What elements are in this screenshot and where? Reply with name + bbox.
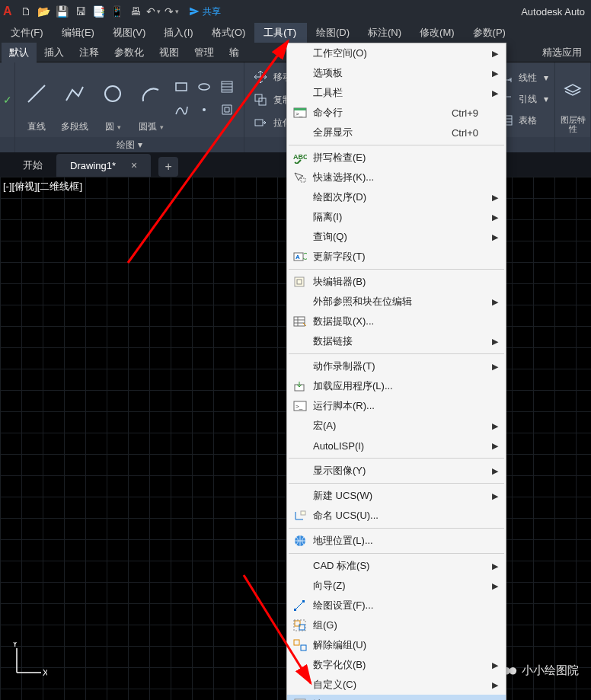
ribbon-tab-4[interactable]: 视图 <box>152 43 187 62</box>
qat-web-icon[interactable]: 📑 <box>91 4 107 19</box>
point-icon[interactable] <box>196 102 215 120</box>
quicksel-icon <box>287 171 313 184</box>
menu-1[interactable]: 编辑(E) <box>53 23 104 43</box>
ribbon-tab-7[interactable]: 精选应用 <box>535 43 589 62</box>
submenu-arrow-icon: ▶ <box>486 213 498 222</box>
menu-8[interactable]: 修改(M) <box>411 23 464 43</box>
menu-item-9[interactable]: 隔离(I)▶ <box>287 207 506 227</box>
qat-plot-icon[interactable]: 🖶 <box>128 4 143 19</box>
menu-item-36[interactable]: 数字化仪(B)▶ <box>287 655 506 675</box>
menu-item-8[interactable]: 绘图次序(D)▶ <box>287 187 506 207</box>
submenu-arrow-icon: ▶ <box>486 337 498 347</box>
menu-item-14[interactable]: 外部参照和块在位编辑▶ <box>287 292 506 312</box>
menu-item-31[interactable]: CAD 标准(S)▶ <box>287 556 506 576</box>
tab-drawing1[interactable]: Drawing1* × <box>56 154 151 177</box>
menu-item-label: 工具栏 <box>313 86 486 100</box>
menu-item-label: 组(G) <box>313 618 486 632</box>
spline-icon[interactable] <box>174 102 192 120</box>
watermark-text: 小小绘图院 <box>522 663 579 678</box>
circle-button[interactable]: 圆 <box>97 66 128 133</box>
ucs-icon <box>287 510 313 522</box>
menu-item-24[interactable]: 显示图像(Y)▶ <box>287 461 506 481</box>
menu-item-7[interactable]: 快速选择(K)... <box>287 168 506 187</box>
menu-item-27[interactable]: 命名 UCS(U)... <box>287 506 506 526</box>
cmdline-icon: >_ <box>287 107 313 118</box>
menu-item-6[interactable]: ABC拼写检查(E) <box>287 148 506 168</box>
arc-button[interactable]: 圆弧 <box>136 66 166 133</box>
layer-props-button[interactable]: 图层特性 <box>560 66 586 133</box>
ribbon-confirm-icon[interactable]: ✓ <box>3 94 12 106</box>
ribbon-tab-6[interactable]: 输 <box>222 43 247 62</box>
svg-text:A: A <box>296 254 300 261</box>
menu-item-29[interactable]: 地理位置(L)... <box>287 531 506 551</box>
line-button[interactable]: 直线 <box>21 66 52 133</box>
app-title: Autodesk Auto <box>521 6 585 18</box>
qat-mobile-icon[interactable]: 📱 <box>110 4 125 19</box>
ribbon-tab-3[interactable]: 参数化 <box>107 43 152 62</box>
ellipse-icon[interactable] <box>196 79 215 97</box>
qat-undo-icon[interactable]: ↶ <box>146 4 161 19</box>
menu-item-35[interactable]: 解除编组(U) <box>287 635 506 655</box>
menu-9[interactable]: 参数(P) <box>464 23 515 43</box>
menu-item-0[interactable]: 工作空间(O)▶ <box>287 43 506 63</box>
share-icon <box>189 6 200 17</box>
polyline-button[interactable]: 多段线 <box>59 66 90 133</box>
qat-save-icon[interactable]: 💾 <box>55 4 70 19</box>
menu-item-22[interactable]: AutoLISP(I)▶ <box>287 436 506 455</box>
menu-item-16[interactable]: 数据链接▶ <box>287 331 506 351</box>
polyline-label: 多段线 <box>61 120 88 133</box>
menu-item-20[interactable]: >_运行脚本(R)... <box>287 396 506 416</box>
menu-0[interactable]: 文件(F) <box>2 23 53 43</box>
menu-item-10[interactable]: 查询(Q)▶ <box>287 227 506 247</box>
menu-item-18[interactable]: 动作录制器(T)▶ <box>287 356 506 376</box>
menu-item-26[interactable]: 新建 UCS(W)▶ <box>287 486 506 506</box>
qat-redo-icon[interactable]: ↷ <box>165 4 180 19</box>
svg-rect-2 <box>176 83 187 91</box>
qat-saveas-icon[interactable]: 🖫 <box>73 4 88 19</box>
ribbon-tab-0[interactable]: 默认 <box>2 43 37 62</box>
copy-icon <box>252 93 269 107</box>
menu-item-13[interactable]: 块编辑器(B) <box>287 272 506 292</box>
ribbon-tab-5[interactable]: 管理 <box>187 43 222 62</box>
menu-item-2[interactable]: 工具栏▶ <box>287 83 506 103</box>
menu-4[interactable]: 格式(O) <box>203 23 255 43</box>
menu-item-32[interactable]: 向导(Z)▶ <box>287 576 506 596</box>
menu-item-11[interactable]: A更新字段(T) <box>287 247 506 267</box>
menu-item-1[interactable]: 选项板▶ <box>287 63 506 83</box>
menu-item-19[interactable]: 加载应用程序(L)... <box>287 376 506 396</box>
rect-icon[interactable] <box>174 79 192 97</box>
menu-item-4[interactable]: 全屏显示Ctrl+0 <box>287 123 506 142</box>
tab-close-icon[interactable]: × <box>131 159 137 171</box>
menu-item-label: 新建 UCS(W) <box>313 489 486 503</box>
tab-add-button[interactable]: + <box>158 157 178 177</box>
region-icon[interactable] <box>219 102 238 120</box>
ribbon-tab-2[interactable]: 注释 <box>72 43 107 62</box>
share-button[interactable]: 共享 <box>189 5 221 18</box>
menu-item-3[interactable]: >_命令行Ctrl+9 <box>287 103 506 123</box>
menu-3[interactable]: 插入(I) <box>155 23 202 43</box>
menu-item-label: 更新字段(T) <box>313 250 486 264</box>
menu-item-21[interactable]: 宏(A)▶ <box>287 416 506 436</box>
geo-icon <box>287 535 313 547</box>
ribbon-tab-1[interactable]: 插入 <box>37 43 72 62</box>
qat-open-icon[interactable]: 📂 <box>37 4 52 19</box>
menu-item-37[interactable]: 自定义(C)▶ <box>287 675 506 695</box>
circle-label: 圆 <box>105 120 121 133</box>
hatch-icon[interactable] <box>219 79 238 97</box>
menu-5[interactable]: 工具(T) <box>254 23 307 43</box>
menu-6[interactable]: 绘图(D) <box>307 23 359 43</box>
menu-item-34[interactable]: 组(G) <box>287 615 506 635</box>
menu-2[interactable]: 视图(V) <box>104 23 155 43</box>
menu-item-15[interactable]: 数据提取(X)... <box>287 312 506 331</box>
viewport-label[interactable]: [-][俯视][二维线框] <box>3 180 82 193</box>
menu-item-38[interactable]: 选项(N)... <box>287 695 506 700</box>
qat-new-icon[interactable]: 🗋 <box>18 4 34 19</box>
tab-start-label: 开始 <box>23 158 43 172</box>
submenu-arrow-icon: ▶ <box>486 660 498 670</box>
arc-label: 圆弧 <box>139 120 164 133</box>
menu-7[interactable]: 标注(N) <box>359 23 411 43</box>
tab-start[interactable]: 开始 <box>9 154 56 177</box>
menu-separator <box>289 528 504 529</box>
menu-item-33[interactable]: 绘图设置(F)... <box>287 596 506 615</box>
submenu-arrow-icon: ▶ <box>486 232 498 242</box>
